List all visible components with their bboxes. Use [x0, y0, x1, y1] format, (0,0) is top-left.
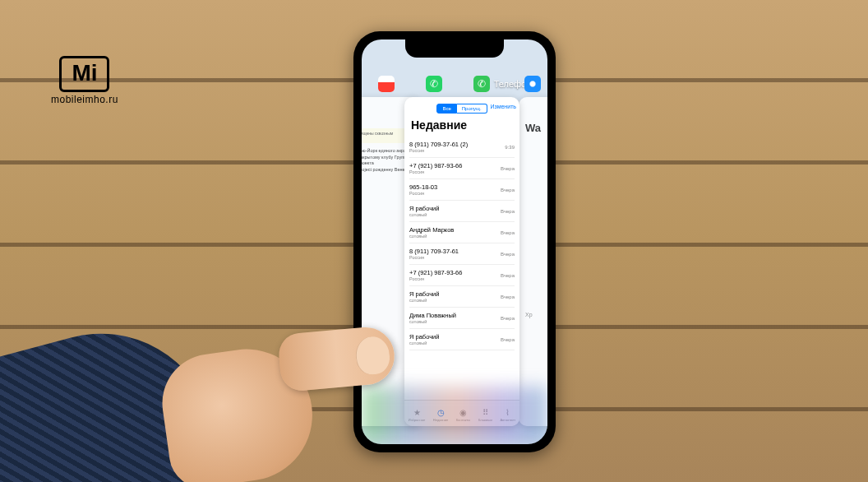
watermark: Mi mobileimho.ru	[51, 56, 118, 105]
app-card-right[interactable]: Wa Хр	[519, 97, 547, 426]
call-row[interactable]: Я рабочийсотовыйВчера	[409, 329, 515, 350]
call-row[interactable]: 8 (911) 709-37-61РоссияВчера	[409, 243, 515, 265]
phone-icon	[473, 76, 490, 92]
edit-button[interactable]: Изменить	[490, 104, 516, 109]
app-switcher-icon-row: Телефон	[362, 76, 547, 92]
call-row[interactable]: 965-18-03РоссияВчера	[409, 179, 515, 201]
whatsapp-icon	[426, 76, 442, 92]
app-icon-phone[interactable]: Телефон	[473, 76, 532, 92]
notch	[405, 39, 504, 58]
call-row[interactable]: +7 (921) 987-93-66РоссияВчера	[409, 158, 515, 179]
phone-screen[interactable]: Телефон ‹ ● +99 30 Сообщения защищены ск…	[362, 39, 547, 444]
call-row[interactable]: Дима ПоважныйсотовыйВчера	[409, 308, 515, 329]
safari-icon[interactable]	[524, 76, 541, 92]
sleeve	[0, 308, 238, 482]
app-card-phone[interactable]: Все Пропущ. Изменить Недавние 8 (911) 70…	[404, 97, 519, 426]
call-row[interactable]: +7 (921) 987-93-66РоссияВчера	[409, 265, 515, 286]
call-row[interactable]: Я рабочийсотовыйВчера	[409, 201, 515, 222]
segment-all[interactable]: Все	[436, 104, 456, 114]
call-list[interactable]: 8 (911) 709-37-61 (2)Россия9:39 +7 (921)…	[404, 137, 519, 350]
app-icon-calendar[interactable]	[378, 76, 395, 92]
segment-missed[interactable]: Пропущ.	[457, 104, 487, 114]
human-hand	[0, 219, 411, 482]
call-row[interactable]: Я рабочийсотовыйВчера	[409, 286, 515, 308]
right-card-title: Wa	[519, 97, 547, 141]
recents-title: Недавние	[409, 118, 515, 132]
watermark-logo: Mi	[59, 56, 109, 92]
watermark-url: mobileimho.ru	[51, 94, 118, 105]
right-card-text: Хр	[519, 305, 547, 324]
app-icon-whatsapp[interactable]	[426, 76, 442, 92]
palm	[156, 341, 321, 482]
calendar-icon	[378, 76, 395, 92]
call-row[interactable]: 8 (911) 709-37-61 (2)Россия9:39	[409, 137, 515, 158]
recents-header: Все Пропущ. Изменить Недавние	[404, 97, 519, 137]
iphone-device: Телефон ‹ ● +99 30 Сообщения защищены ск…	[353, 31, 556, 452]
dock-blur	[362, 387, 547, 444]
call-row[interactable]: Андрей МарковсотовыйВчера	[409, 222, 515, 243]
